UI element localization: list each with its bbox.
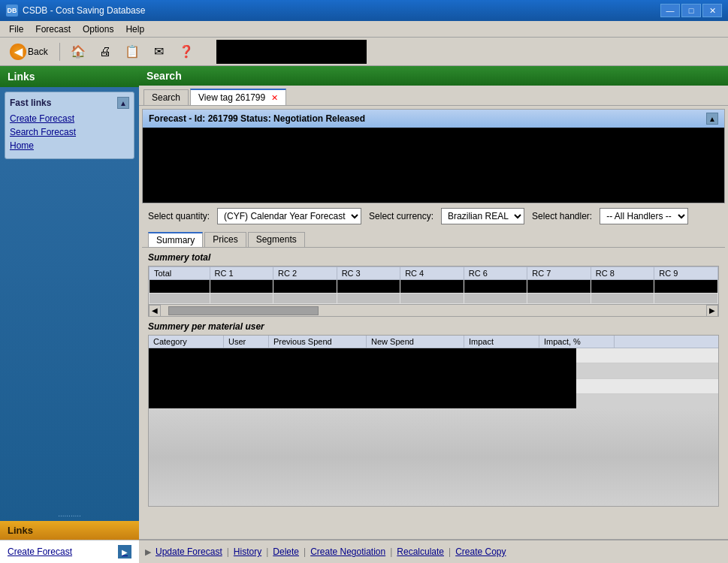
home-button[interactable]: 🏠: [66, 41, 90, 63]
col-rc7: RC 7: [527, 267, 591, 280]
col-rc2: RC 2: [273, 267, 337, 280]
tab-view-tag[interactable]: View tag 261799 ✕: [190, 89, 286, 105]
pm-col-impact-pct: Impact, %: [539, 336, 615, 348]
sidebar-links-label: Links: [0, 521, 139, 540]
pm-col-prev-spend: Previous Spend: [269, 336, 367, 348]
col-rc4: RC 4: [400, 267, 464, 280]
sidebar-link-create-forecast[interactable]: Create Forecast: [10, 113, 129, 124]
handler-select[interactable]: -- All Handlers --Handler 1: [600, 208, 688, 224]
inner-tab-segments[interactable]: Segments: [248, 232, 305, 247]
toolbar-banner: [216, 40, 367, 64]
forecast-panel: Forecast - Id: 261799 Status: Negotiatio…: [142, 109, 725, 203]
title-bar: DB CSDB - Cost Saving Database — □ ✕: [0, 0, 728, 21]
back-arrow-icon: ◀: [10, 44, 26, 60]
menu-forecast[interactable]: Forecast: [29, 23, 77, 36]
summary-total-table: Total RC 1 RC 2 RC 3 RC 4 RC 6 RC 7 RC 8…: [149, 266, 718, 304]
back-button[interactable]: ◀ Back: [5, 41, 53, 62]
create-negotiation-link[interactable]: Create Negotiation: [310, 546, 385, 557]
currency-label: Select currency:: [369, 211, 433, 221]
history-link[interactable]: History: [234, 546, 261, 557]
forecast-panel-title: Forecast - Id: 261799 Status: Negotiatio…: [149, 113, 365, 124]
controls-row: Select quantity: (CYF) Calendar Year For…: [142, 203, 725, 229]
col-total: Total: [150, 267, 210, 280]
close-button[interactable]: ✕: [702, 4, 722, 17]
app-title: CSDB - Cost Saving Database: [23, 5, 145, 16]
summary-total-scroll[interactable]: Total RC 1 RC 2 RC 3 RC 4 RC 6 RC 7 RC 8…: [149, 266, 718, 304]
per-material-right: [576, 348, 719, 408]
inner-tab-prices[interactable]: Prices: [204, 232, 246, 247]
tabs-bar: Search View tag 261799 ✕: [139, 86, 728, 106]
print-button[interactable]: 🖨: [93, 41, 117, 63]
menu-file[interactable]: File: [3, 23, 29, 36]
sidebar-bottom: ........... Links Create Forecast ▶: [0, 507, 139, 563]
summary-total-table-container: Total RC 1 RC 2 RC 3 RC 4 RC 6 RC 7 RC 8…: [148, 266, 719, 317]
sidebar-link-home[interactable]: Home: [10, 140, 129, 151]
toolbar: ◀ Back 🏠 🖨 📋 ✉ ❓: [0, 38, 728, 66]
col-rc1: RC 1: [210, 267, 273, 280]
forecast-panel-header: Forecast - Id: 261799 Status: Negotiatio…: [143, 110, 724, 128]
back-label: Back: [28, 47, 48, 57]
fast-links-label: Fast links: [10, 98, 51, 108]
currency-select[interactable]: Brazilian REALUSDEUR: [441, 208, 524, 224]
summary-per-material-title: Summery per material user: [148, 321, 719, 332]
tab-view-tag-label: View tag 261799: [198, 92, 265, 103]
sidebar: Links Fast links ▲ Create Forecast Searc…: [0, 66, 139, 563]
table-row-black: [150, 280, 718, 294]
summary-total-section: Summery total Total RC 1 RC 2 RC 3 RC 4: [142, 248, 725, 321]
col-rc3: RC 3: [337, 267, 400, 280]
table-row-gray: [150, 294, 718, 304]
fast-links-box: Fast links ▲ Create Forecast Search Fore…: [5, 92, 134, 159]
scroll-left-arrow[interactable]: ◀: [149, 305, 161, 317]
sidebar-content: Fast links ▲ Create Forecast Search Fore…: [0, 87, 139, 507]
minimize-button[interactable]: —: [660, 4, 680, 17]
scroll-thumb[interactable]: [168, 306, 319, 315]
export-button[interactable]: 📋: [120, 41, 144, 63]
per-material-table-wrap: Category User Previous Spend New Spend I…: [148, 335, 719, 507]
menu-options[interactable]: Options: [77, 23, 119, 36]
menu-help[interactable]: Help: [119, 23, 150, 36]
inner-tab-summary[interactable]: Summary: [148, 232, 203, 247]
per-material-data-row: [149, 348, 718, 408]
inner-tab-summary-label: Summary: [156, 235, 195, 245]
right-content: Search Search View tag 261799 ✕ Forecast…: [139, 66, 728, 563]
pm-col-impact: Impact: [464, 336, 539, 348]
per-material-empty-area: [149, 408, 718, 506]
scroll-right-arrow[interactable]: ▶: [706, 305, 718, 317]
app-icon: DB: [6, 5, 18, 17]
tab-close-icon[interactable]: ✕: [271, 93, 278, 103]
delete-link[interactable]: Delete: [273, 546, 299, 557]
menu-bar: File Forecast Options Help: [0, 21, 728, 38]
bottom-action-bar: ▶ Update Forecast | History | Delete | C…: [139, 539, 728, 563]
col-rc6: RC 6: [464, 267, 527, 280]
sidebar-create-forecast[interactable]: Create Forecast ▶: [0, 540, 139, 563]
sidebar-title: Links: [0, 66, 139, 87]
recalculate-link[interactable]: Recalculate: [397, 546, 444, 557]
help-button[interactable]: ❓: [174, 41, 198, 63]
main-layout: Links Fast links ▲ Create Forecast Searc…: [0, 66, 728, 563]
tab-search-label: Search: [152, 92, 180, 103]
quantity-select[interactable]: (CYF) Calendar Year ForecastOther: [217, 208, 361, 224]
forecast-collapse-button[interactable]: ▲: [706, 113, 718, 125]
forecast-section: Forecast - Id: 261799 Status: Negotiatio…: [139, 106, 728, 539]
inner-tab-prices-label: Prices: [213, 234, 237, 245]
pm-col-user: User: [224, 336, 269, 348]
tab-search[interactable]: Search: [143, 89, 189, 105]
quantity-label: Select quantity:: [148, 211, 210, 221]
sidebar-arrow-icon: ▶: [118, 545, 131, 558]
horizontal-scrollbar[interactable]: ◀ ▶: [149, 304, 718, 316]
col-rc8: RC 8: [591, 267, 654, 280]
create-copy-link[interactable]: Create Copy: [455, 546, 506, 557]
per-material-header: Category User Previous Spend New Spend I…: [149, 336, 718, 348]
forecast-image-area: [143, 128, 724, 203]
summary-total-title: Summery total: [148, 252, 719, 263]
sidebar-dots: ...........: [0, 507, 139, 521]
inner-tabs: Summary Prices Segments: [142, 229, 725, 248]
toolbar-separator-1: [59, 43, 60, 61]
fast-links-collapse-button[interactable]: ▲: [117, 97, 129, 109]
update-forecast-link[interactable]: Update Forecast: [156, 546, 222, 557]
maximize-button[interactable]: □: [681, 4, 701, 17]
email-button[interactable]: ✉: [147, 41, 171, 63]
col-rc9: RC 9: [654, 267, 718, 280]
sidebar-link-search-forecast[interactable]: Search Forecast: [10, 127, 129, 137]
per-material-black-area: [149, 348, 576, 408]
